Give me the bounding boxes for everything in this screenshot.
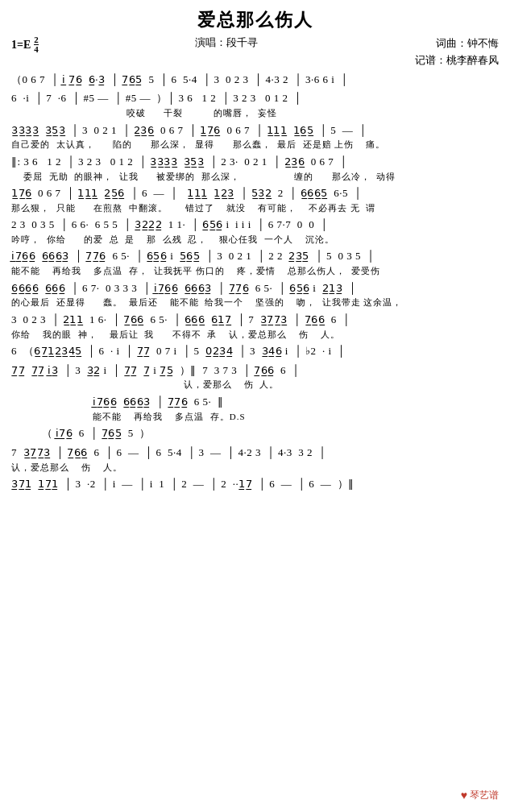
music-section-4: ‖: 3 6 1 2 │ 3 2 3 0 1 2 │ 3̲3̲3̲3̲ 3̲5̲… [11,154,499,183]
lyric-7: 能不能 再给我 多点温 存， 让我抚平 伤口的 疼，爱情 总那么伤人， 爱受伤 [11,265,499,277]
notation-11: 7̲7̲ 7̲7̲ i̲3̲ │ 3 3̲2̲ i │ 7̲7̲ 7̲ i 7̲… [11,362,499,379]
music-section-1: （0 6 7 │ i̲ 7̲6̲ 6̲·3̲ │ 7̲6̲5̲ 5 │ 6 5·… [11,72,499,89]
meta-row: 1=E 2 4 演唱：段千寻 词曲：钟不悔 记谱：桃李醉春风 [11,35,499,69]
lyric-6: 吟哼， 你给 的爱 总 是 那 么残 忍， 狠心任我 一个人 沉沦。 [11,234,499,246]
lyric-3: 自己爱的 太认真， 陷的 那么深， 显得 那么蠢， 最后 还是赔 上伤 痛。 [11,139,499,151]
music-section-7: i̲7̲6̲6̲ 6̲6̲6̲3̲ │ 7̲7̲6̲ 6 5· │ 6̲5̲6̲… [11,248,499,277]
music-section-2: 6 ·i │ 7 ·6 │ #5 — │ #5 — ）│ 3 6 1 2 │ 3… [11,90,499,119]
music-section-10: 6 （6̲7̲1̲2̲3̲4̲5̲ │ 6 · i │ 7̲7̲ 0 7 i │… [11,343,499,360]
singer-info: 演唱：段千寻 [39,35,415,50]
notation-5: 1̲7̲6̲ 0 6 7 │ 1̲1̲1̲ 2̲5̲6̲ │ 6 — │ 1̲1… [11,185,499,202]
key-signature: 1=E 2 4 [11,35,39,54]
music-section-13: （ i̲7̲6̲ 6 │ 7̲6̲5̲ 5 ） [11,425,499,442]
notation-13: （ i̲7̲6̲ 6 │ 7̲6̲5̲ 5 ） [11,425,499,442]
lyric-12: 能不能 再给我 多点温 存。D.S [11,411,499,423]
lyric-8: 的心最后 还显得 蠢。 最后还 能不能 给我一个 坚强的 吻， 让我带走 这余温… [11,296,499,309]
music-section-12: i̲7̲6̲6̲ 6̲6̲6̲3̲ │ 7̲7̲6̲ 6 5· ‖ 能不能 再给… [11,394,499,423]
lyric-5: 那么狠， 只能 在煎熬 中翻滚。 错过了 就没 有可能， 不必再去 无 谓 [11,202,499,214]
notation-1: （0 6 7 │ i̲ 7̲6̲ 6̲·3̲ │ 7̲6̲5̲ 5 │ 6 5·… [11,72,499,89]
music-section-9: 3 0 2 3 │ 2̲1̲1̲ 1 6· │ 7̲6̲6̲ 6 5· │ 6̲… [11,312,499,341]
lyric-14: 认，爱总那么 伤 人。 [11,462,499,474]
notation-9: 3 0 2 3 │ 2̲1̲1̲ 1 6· │ 7̲6̲6̲ 6 5· │ 6̲… [11,312,499,329]
music-content: （0 6 7 │ i̲ 7̲6̲ 6̲·3̲ │ 7̲6̲5̲ 5 │ 6 5·… [11,72,499,493]
notation-12: i̲7̲6̲6̲ 6̲6̲6̲3̲ │ 7̲7̲6̲ 6 5· ‖ [11,394,499,411]
music-section-3: 3̲3̲3̲3̲ 3̲5̲3̲ │ 3 0 2 1 │ 2̲3̲6̲ 0 6 7… [11,122,499,151]
notation-10: 6 （6̲7̲1̲2̲3̲4̲5̲ │ 6 · i │ 7̲7̲ 0 7 i │… [11,343,499,360]
notation-2: 6 ·i │ 7 ·6 │ #5 — │ #5 — ）│ 3 6 1 2 │ 3… [11,90,499,107]
title: 爱总那么伤人 [11,8,499,32]
credit-info: 词曲：钟不悔 记谱：桃李醉春风 [415,35,499,69]
notation-3: 3̲3̲3̲3̲ 3̲5̲3̲ │ 3 0 2 1 │ 2̲3̲6̲ 0 6 7… [11,122,499,139]
music-section-11: 7̲7̲ 7̲7̲ i̲3̲ │ 3 3̲2̲ i │ 7̲7̲ 7̲ i 7̲… [11,362,499,392]
watermark-text: 琴艺谱 [470,789,499,802]
watermark-heart-icon: ♥ [461,789,467,802]
music-section-6: 2 3 0 3 5 │ 6 6· 6 5 5 │ 3̲2̲2̲2̲ 1 1· │… [11,217,499,246]
notation-14: 7 3̲7̲7̲3̲ │ 7̲6̲6̲ 6 │ 6 — │ 6 5·4 │ 3 … [11,445,499,462]
notation-6: 2 3 0 3 5 │ 6 6· 6 5 5 │ 3̲2̲2̲2̲ 1 1· │… [11,217,499,234]
music-section-5: 1̲7̲6̲ 0 6 7 │ 1̲1̲1̲ 2̲5̲6̲ │ 6 — │ 1̲1… [11,185,499,214]
notation-8: 6̲6̲6̲6̲ 6̲6̲6̲ │ 6 7· 0 3 3 3 │ i̲7̲6̲6… [11,280,499,297]
lyric-2: 咬破 干裂 的嘴唇， 妄怪 [11,107,499,119]
key-time: 1=E 2 4 [11,35,39,54]
notation-7: i̲7̲6̲6̲ 6̲6̲6̲3̲ │ 7̲7̲6̲ 6 5· │ 6̲5̲6̲… [11,248,499,265]
lyric-4: 委屈 无助 的眼神， 让我 被爱绑的 那么深， 缠的 那么冷， 动得 [11,171,499,183]
notation-4: ‖: 3 6 1 2 │ 3 2 3 0 1 2 │ 3̲3̲3̲3̲ 3̲5̲… [11,154,499,171]
lyric-11: 认，爱那么 伤 人。 [11,379,499,391]
watermark: ♥ 琴艺谱 [461,789,499,802]
music-section-15: 3̲7̲1̲ 1̲7̲1̲ │ 3 ·2 │ i — │ i 1 │ 2 — │… [11,476,499,493]
notation-15: 3̲7̲1̲ 1̲7̲1̲ │ 3 ·2 │ i — │ i 1 │ 2 — │… [11,476,499,493]
music-section-14: 7 3̲7̲7̲3̲ │ 7̲6̲6̲ 6 │ 6 — │ 6 5·4 │ 3 … [11,445,499,474]
lyric-9: 你给 我的眼 神， 最后让 我 不得不 承 认，爱总那么 伤 人。 [11,329,499,341]
music-section-8: 6̲6̲6̲6̲ 6̲6̲6̲ │ 6 7· 0 3 3 3 │ i̲7̲6̲6… [11,280,499,309]
